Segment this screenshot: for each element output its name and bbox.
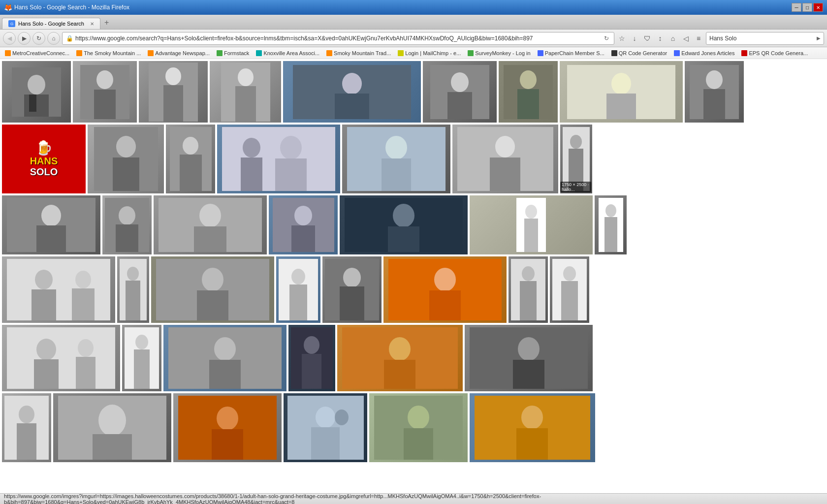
image-result[interactable] xyxy=(2,393,51,462)
bookmark-formstack[interactable]: Formstack xyxy=(214,49,252,57)
image-result[interactable] xyxy=(102,195,152,254)
image-result[interactable] xyxy=(342,125,450,193)
image-result[interactable] xyxy=(2,325,120,391)
image-result-hans-solo-logo[interactable]: 🍺 HANS SOLO xyxy=(2,125,86,193)
image-result[interactable] xyxy=(595,195,627,254)
hans-text: HANS xyxy=(30,156,58,166)
bookmark-label: Formstack xyxy=(224,50,249,56)
bookmark-favicon xyxy=(326,50,332,56)
download-manager-icon[interactable]: ↓ xyxy=(629,33,640,44)
image-result[interactable] xyxy=(560,61,683,123)
image-result[interactable] xyxy=(470,195,593,254)
forward-button[interactable]: ▶ xyxy=(18,32,31,45)
minimize-button[interactable]: ─ xyxy=(792,3,801,12)
bookmark-paperchain[interactable]: PaperChain Member S... xyxy=(535,49,607,57)
image-result[interactable] xyxy=(322,256,382,323)
bookmark-label: MetroCreativeConnec... xyxy=(12,50,69,56)
image-result[interactable] xyxy=(210,61,281,123)
bookmark-smoky[interactable]: The Smoky Mountain ... xyxy=(73,49,144,57)
bookmark-star-icon[interactable]: ☆ xyxy=(616,33,627,44)
image-result[interactable] xyxy=(499,61,558,123)
image-result[interactable] xyxy=(337,325,463,391)
home-button[interactable]: ⌂ xyxy=(47,32,60,45)
image-result[interactable] xyxy=(465,325,593,391)
bookmark-metrocreative[interactable]: MetroCreativeConnec... xyxy=(2,49,72,57)
svg-rect-79 xyxy=(197,290,228,320)
svg-rect-105 xyxy=(209,360,241,389)
image-result[interactable] xyxy=(117,256,149,323)
svg-rect-3 xyxy=(29,94,36,112)
tab-close-button[interactable]: ✕ xyxy=(90,21,94,27)
svg-point-61 xyxy=(393,204,414,227)
image-result[interactable] xyxy=(122,325,161,391)
image-result[interactable] xyxy=(470,393,595,462)
svg-rect-15 xyxy=(335,94,369,119)
new-tab-button[interactable]: + xyxy=(100,16,113,29)
image-result[interactable] xyxy=(269,195,338,254)
left-nav-icon[interactable]: ◁ xyxy=(680,33,691,44)
bookmark-advantage[interactable]: Advantage Newspap... xyxy=(145,49,213,57)
svg-rect-94 xyxy=(561,281,578,320)
image-result[interactable] xyxy=(88,125,164,193)
bookmark-surveymonkey[interactable]: SurveyMonkey - Log in xyxy=(465,49,534,57)
image-result[interactable] xyxy=(423,61,497,123)
bookmark-eps-qr[interactable]: EPS QR Code Genera... xyxy=(738,49,811,57)
svg-point-5 xyxy=(96,70,113,89)
image-result[interactable] xyxy=(283,61,421,123)
image-result[interactable] xyxy=(685,61,744,123)
bookmark-favicon xyxy=(5,50,11,56)
image-result[interactable] xyxy=(2,61,71,123)
image-result[interactable] xyxy=(452,125,558,193)
image-result[interactable] xyxy=(139,61,208,123)
image-result[interactable] xyxy=(217,125,340,193)
shield-icon[interactable]: 🛡 xyxy=(642,33,653,44)
svg-rect-9 xyxy=(163,85,183,122)
svg-rect-36 xyxy=(275,158,307,191)
bookmark-favicon xyxy=(468,50,474,56)
svg-point-81 xyxy=(291,269,305,284)
image-result[interactable] xyxy=(509,256,548,323)
svg-rect-71 xyxy=(32,289,56,320)
image-result[interactable] xyxy=(166,125,215,193)
image-result[interactable] xyxy=(284,393,367,462)
refresh-button[interactable]: ↻ xyxy=(32,32,45,45)
sync-icon[interactable]: ↕ xyxy=(655,33,666,44)
image-result[interactable] xyxy=(163,325,286,391)
url-bar[interactable]: 🔒 https://www.google.com/search?q=Hans+S… xyxy=(62,32,614,45)
bookmark-label: Smoky Mountain Trad... xyxy=(334,50,391,56)
tab-google-search[interactable]: G Hans Solo - Google Search ✕ xyxy=(2,18,100,29)
bookmark-label: QR Code Generator xyxy=(619,50,667,56)
bookmark-mailchimp[interactable]: Login | MailChimp - e... xyxy=(395,49,464,57)
image-result[interactable] xyxy=(53,393,171,462)
svg-point-129 xyxy=(408,406,429,429)
image-result[interactable] xyxy=(340,195,468,254)
search-go-button[interactable]: ▶ xyxy=(817,35,821,41)
bookmark-favicon xyxy=(538,50,543,56)
image-result[interactable] xyxy=(276,256,320,323)
image-result[interactable] xyxy=(383,256,507,323)
url-refresh-icon[interactable]: ↻ xyxy=(602,34,611,43)
bookmark-edward-jones[interactable]: Edward Jones Articles xyxy=(671,49,737,57)
image-result[interactable] xyxy=(151,256,274,323)
image-result[interactable] xyxy=(73,61,137,123)
svg-rect-114 xyxy=(513,360,544,389)
image-result[interactable] xyxy=(369,393,468,462)
bookmark-knoxville[interactable]: Knoxville Area Associ... xyxy=(253,49,322,57)
image-result[interactable] xyxy=(288,325,335,391)
image-result[interactable] xyxy=(173,393,282,462)
home-nav-icon[interactable]: ⌂ xyxy=(668,33,678,44)
tab-bar: G Hans Solo - Google Search ✕ + xyxy=(0,15,827,30)
back-button[interactable]: ◀ xyxy=(3,32,16,45)
image-result[interactable] xyxy=(154,195,267,254)
close-button[interactable]: ✕ xyxy=(813,3,823,12)
bookmark-qr-code[interactable]: QR Code Generator xyxy=(608,49,670,57)
bookmark-label: PaperChain Member S... xyxy=(545,50,604,56)
image-result[interactable] xyxy=(2,195,100,254)
bookmark-smoky-trad[interactable]: Smoky Mountain Trad... xyxy=(323,49,394,57)
image-result[interactable] xyxy=(550,256,589,323)
search-bar[interactable]: Hans Solo ▶ xyxy=(706,32,824,45)
image-result[interactable] xyxy=(2,256,115,323)
maximize-button[interactable]: □ xyxy=(802,3,812,12)
image-result[interactable]: 1750 × 2500 · hallo... xyxy=(560,125,592,193)
menu-icon[interactable]: ≡ xyxy=(693,33,704,44)
